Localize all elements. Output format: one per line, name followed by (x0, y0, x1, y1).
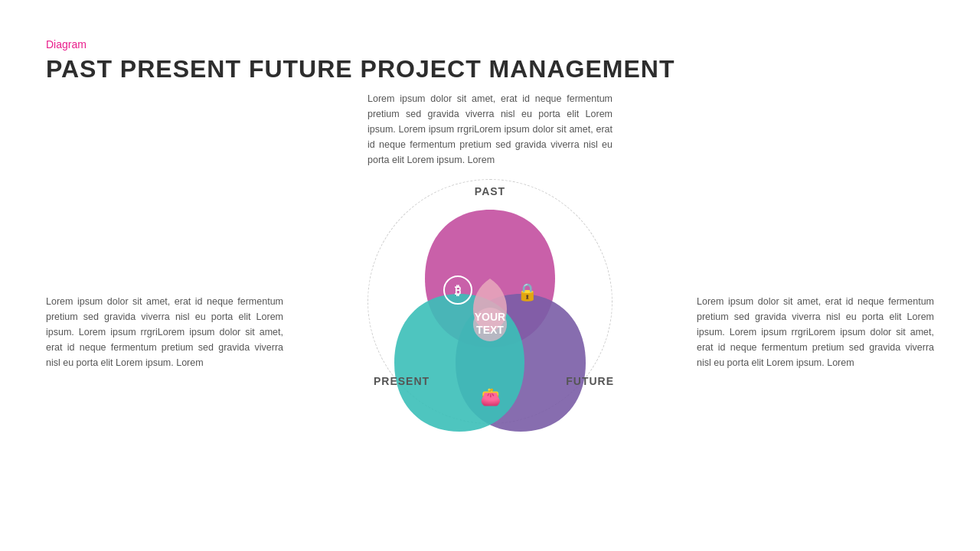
content-area: Lorem ipsum dolor sit amet, erat id nequ… (46, 106, 934, 497)
venn-diagram: ₿ 🔒 👛 YOUR TEXT PAST PRESENT FUTURE (360, 156, 620, 447)
label-present: PRESENT (374, 375, 430, 387)
center-text-line1: YOUR (475, 311, 505, 323)
venn-svg: ₿ 🔒 👛 YOUR TEXT (360, 156, 620, 447)
text-top-content: Lorem ipsum dolor sit amet, erat id nequ… (368, 93, 612, 165)
present-icon-wallet: 👛 (480, 386, 501, 407)
label-past: PAST (475, 185, 505, 197)
center-text-line2: TEXT (476, 324, 504, 336)
diagram-label: Diagram (46, 38, 934, 51)
text-right-content: Lorem ipsum dolor sit amet, erat id nequ… (697, 296, 934, 368)
text-block-right: Lorem ipsum dolor sit amet, erat id nequ… (697, 294, 934, 370)
future-icon-lock: 🔒 (517, 282, 538, 302)
page: Diagram PAST PRESENT FUTURE PROJECT MANA… (0, 0, 980, 551)
main-title: PAST PRESENT FUTURE PROJECT MANAGEMENT (46, 55, 934, 83)
text-block-left: Lorem ipsum dolor sit amet, erat id nequ… (46, 294, 283, 370)
text-left-content: Lorem ipsum dolor sit amet, erat id nequ… (46, 296, 283, 368)
label-future: FUTURE (566, 375, 614, 387)
past-icon-text: ₿ (455, 284, 461, 297)
